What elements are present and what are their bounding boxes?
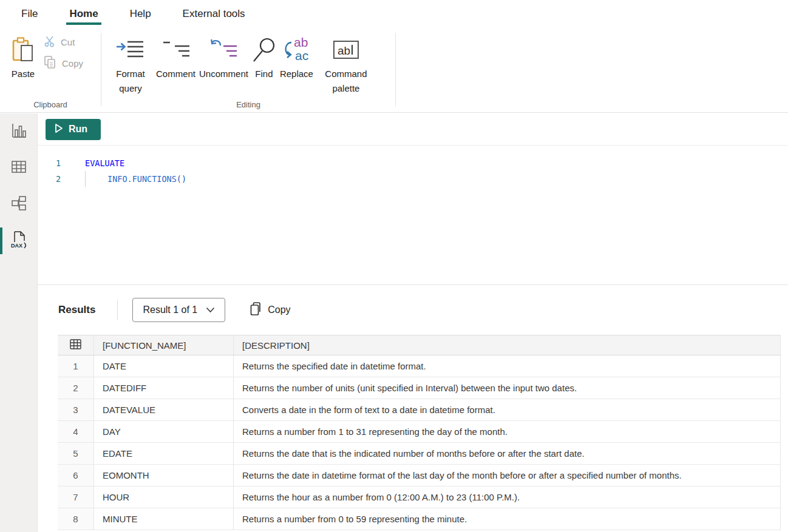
description-cell: Returns the date that is the indicated n… [234, 443, 781, 464]
description-cell: Returns the number of units (unit specif… [234, 377, 781, 399]
ribbon: Paste Cut [0, 28, 788, 113]
function-name-cell: EOMONTH [94, 465, 234, 486]
column-header-description[interactable]: [DESCRIPTION] [234, 335, 781, 355]
results-table-header: [FUNCTION_NAME] [DESCRIPTION] [58, 335, 781, 355]
parentheses: () [177, 174, 186, 184]
command-palette-button[interactable]: ab Command palette [317, 28, 375, 96]
function-name-cell: DATEVALUE [94, 399, 234, 420]
copy-results-button[interactable]: Copy [250, 301, 290, 318]
cut-button[interactable]: Cut [44, 35, 83, 49]
description-cell: Returns the date in datetime format of t… [234, 465, 781, 486]
replace-label: Replace [280, 67, 313, 81]
line-number: 1 [38, 155, 67, 171]
view-sidebar: DAX [0, 113, 38, 532]
paste-button[interactable]: Paste [11, 28, 35, 81]
results-toolbar: Results Result 1 of 1 Copy [38, 285, 788, 335]
command-palette-label: Command palette [317, 67, 375, 96]
format-query-button[interactable]: Format query [109, 28, 152, 96]
table-corner-cell[interactable] [58, 335, 94, 355]
paste-clipboard-icon [11, 33, 35, 67]
replace-button[interactable]: ab ac Replace [280, 28, 313, 81]
table-row[interactable]: 5 EDATE Returns the date that is the ind… [58, 443, 781, 465]
row-number: 6 [58, 465, 94, 486]
model-diagram-icon [10, 195, 27, 214]
table-row[interactable]: 8 MINUTE Returns a number from 0 to 59 r… [58, 508, 781, 530]
table-row[interactable]: 4 DAY Returns a number from 1 to 31 repr… [58, 421, 781, 443]
format-query-label: Format query [109, 67, 152, 96]
function-name-cell: DAY [94, 421, 234, 442]
results-table: [FUNCTION_NAME] [DESCRIPTION] 1 DATE Ret… [58, 335, 781, 530]
row-number: 7 [58, 487, 94, 508]
function-name-cell: HOUR [94, 487, 234, 508]
run-label: Run [69, 124, 87, 135]
replace-icon: ab ac [281, 33, 311, 67]
svg-text:ab: ab [338, 44, 350, 57]
clipboard-group-label: Clipboard [0, 100, 101, 112]
row-number: 5 [58, 443, 94, 464]
chevron-down-icon [206, 305, 215, 315]
copy-page-icon [44, 55, 57, 72]
dax-query-view-window: File Home Help External tools Paste [0, 0, 788, 532]
code-line-2: 2 INFO.FUNCTIONS() [38, 171, 788, 187]
table-row[interactable]: 2 DATEDIFF Returns the number of units (… [58, 377, 781, 399]
uncomment-label: Uncomment [199, 67, 248, 81]
format-query-icon [116, 33, 145, 67]
uncomment-button[interactable]: Uncomment [199, 28, 248, 81]
table-row[interactable]: 7 HOUR Returns the hour as a number from… [58, 487, 781, 508]
cut-label: Cut [61, 37, 75, 47]
dax-function: INFO.FUNCTIONS [107, 174, 177, 184]
sidebar-item-table-view[interactable] [0, 150, 37, 186]
ribbon-tab-bar: File Home Help External tools [0, 0, 788, 28]
toolbar-divider [117, 300, 118, 320]
paste-label: Paste [12, 67, 35, 81]
clipboard-group: Paste Cut [0, 28, 101, 112]
copy-icon [250, 301, 262, 318]
play-icon [55, 123, 63, 136]
line-number: 2 [38, 171, 67, 187]
ribbon-divider [395, 33, 396, 106]
svg-text:DAX: DAX [11, 243, 22, 249]
sidebar-item-model-view[interactable] [0, 186, 37, 223]
svg-text:ac: ac [295, 49, 308, 62]
dax-code-editor[interactable]: 1 EVALUATE 2 INFO.FUNCTIONS() [38, 146, 788, 285]
find-label: Find [255, 67, 273, 81]
main-content: Run 1 EVALUATE 2 INFO.FUNCTIONS() Result… [38, 113, 788, 532]
result-selector-dropdown[interactable]: Result 1 of 1 [132, 298, 225, 322]
find-button[interactable]: Find [252, 28, 276, 81]
table-row[interactable]: 1 DATE Returns the specified date in dat… [58, 355, 781, 377]
sidebar-item-report-view[interactable] [0, 113, 37, 150]
dax-keyword: EVALUATE [85, 158, 124, 168]
dax-query-icon: DAX [9, 230, 29, 252]
row-number: 1 [58, 355, 94, 377]
copy-label: Copy [62, 58, 83, 69]
row-number: 8 [58, 508, 94, 530]
function-name-cell: MINUTE [94, 508, 234, 530]
command-palette-icon: ab [331, 33, 361, 67]
column-header-function-name[interactable]: [FUNCTION_NAME] [94, 335, 234, 355]
description-cell: Returns a number from 1 to 31 representi… [234, 421, 781, 442]
tab-file[interactable]: File [20, 2, 39, 26]
table-row[interactable]: 3 DATEVALUE Converts a date in the form … [58, 399, 781, 421]
sidebar-item-dax-query-view[interactable]: DAX [0, 223, 37, 259]
copy-results-label: Copy [268, 305, 290, 315]
row-number: 2 [58, 377, 94, 399]
tab-help[interactable]: Help [129, 2, 152, 26]
copy-button[interactable]: Copy [44, 55, 83, 72]
table-grid-icon [10, 159, 27, 177]
description-cell: Returns a number from 0 to 59 representi… [234, 508, 781, 530]
result-selector-value: Result 1 of 1 [143, 305, 197, 315]
table-row[interactable]: 6 EOMONTH Returns the date in datetime f… [58, 465, 781, 487]
row-number: 3 [58, 399, 94, 420]
comment-label: Comment [156, 67, 195, 81]
bar-chart-icon [10, 122, 27, 141]
tab-home[interactable]: Home [68, 2, 99, 26]
tab-external-tools[interactable]: External tools [182, 2, 246, 26]
description-cell: Returns the hour as a number from 0 (12:… [234, 487, 781, 508]
function-name-cell: DATEDIFF [94, 377, 234, 399]
run-button[interactable]: Run [46, 119, 101, 140]
comment-button[interactable]: Comment [156, 28, 195, 81]
function-name-cell: EDATE [94, 443, 234, 464]
results-title: Results [58, 304, 95, 316]
comment-icon [162, 33, 190, 67]
svg-text:ab: ab [294, 36, 308, 49]
